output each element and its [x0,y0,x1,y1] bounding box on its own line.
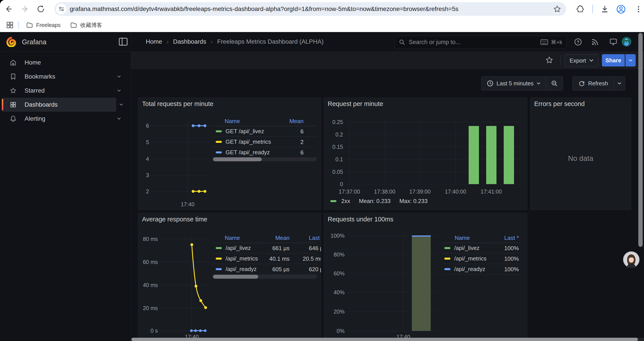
x-tick: 17:38:00 [365,188,404,195]
chevron-down-icon [589,59,594,62]
series-mean: 6 [300,128,304,135]
series-name[interactable]: /api/_metrics [454,255,486,262]
breadcrumb-separator: › [211,38,213,46]
legend-row[interactable]: /api/_readyz 605 µs 620 µs [212,264,317,274]
legend-row[interactable]: GET /api/_readyz 6 [212,147,317,158]
series-name[interactable]: /api/_livez [454,245,480,251]
panel-title[interactable]: Errors per second [534,100,585,108]
legend-row[interactable]: /api/_livez 100% [443,243,522,253]
chevron-down-icon[interactable] [117,75,121,78]
legend-header-last[interactable]: Last * [504,234,519,241]
sidebar-item-label: Dashboards [24,101,58,108]
downloads-icon[interactable] [600,5,609,14]
chevron-down-icon [629,59,632,62]
bookmark-star-icon[interactable] [553,5,561,13]
bookmark-icon [2,73,24,80]
home-icon [2,59,24,66]
breadcrumb-home[interactable]: Home [146,38,162,45]
series-name[interactable]: /api/_metrics [226,255,258,262]
legend-header-name[interactable]: Name [225,235,240,241]
sidebar-item-dashboards[interactable]: Dashboards [2,98,116,112]
legend-row[interactable]: /api/_metrics 40.1 ms 20.5 ms [212,253,317,264]
url-bar[interactable]: grafana.mathmast.com/d/deytv4rwavabkb/fr… [54,2,566,16]
apps-grid-icon[interactable] [6,21,14,29]
zoom-out-icon [551,80,558,87]
browser-profile-icon[interactable] [616,5,626,14]
series-name[interactable]: /api/_livez [226,245,251,251]
y-tick: 4 [139,155,149,162]
chevron-down-icon[interactable] [119,103,123,106]
legend-row[interactable]: /api/_metrics 100% [443,253,522,264]
y-tick: 60% [324,270,344,277]
legend-header-mean[interactable]: Mean [289,118,304,124]
url-text[interactable]: grafana.mathmast.com/d/deytv4rwavabkb/fr… [70,6,553,13]
sidebar-item-home[interactable]: Home [2,56,129,70]
search-input[interactable] [408,39,540,46]
series-swatch [444,268,450,270]
x-tick: 17:39:00 [400,188,440,195]
breadcrumb-dashboards[interactable]: Dashboards [173,38,206,45]
site-settings-icon[interactable] [56,4,67,14]
y-tick: 0 s [138,327,158,334]
search-bar[interactable]: ⌘+k [394,36,566,49]
bookmark-folder-freeleaps[interactable]: Freeleaps [26,22,60,29]
series-name[interactable]: 2xx [341,198,350,204]
chevron-down-icon[interactable] [117,89,121,92]
panel-errors-per-second: Errors per second No data [530,97,631,210]
refresh-button[interactable]: Refresh [573,77,614,90]
series-swatch [330,200,336,202]
zoom-out-button[interactable] [546,77,563,90]
legend-scrollbar[interactable] [212,157,317,161]
legend-header-mean[interactable]: Mean [275,234,290,241]
floating-user-avatar[interactable] [623,251,640,268]
chevron-down-icon[interactable] [117,117,121,120]
legend-header-name[interactable]: Name [454,235,470,241]
y-tick: 0% [324,327,344,334]
browser-menu-icon[interactable] [634,5,643,14]
sidebar-item-bookmarks[interactable]: Bookmarks [2,70,129,84]
refresh-interval-button[interactable] [614,77,625,90]
series-name[interactable]: /api/_readyz [454,266,485,272]
kiosk-monitor-icon[interactable] [609,38,617,46]
sidebar-item-label: Home [24,59,41,66]
legend-row[interactable]: GET /api/_metrics 2 [212,137,317,147]
bookmark-folder-blogs[interactable]: 收藏博客 [70,22,102,29]
legend-row[interactable]: /api/_readyz 100% [443,264,522,274]
series-name[interactable]: GET /api/_metrics [226,138,271,145]
export-button[interactable]: Export [565,54,598,67]
sidebar-item-starred[interactable]: Starred [2,84,129,98]
under-100ms-chart[interactable] [324,213,527,341]
legend-row[interactable]: GET /api/_livez 6 [212,126,317,137]
series-name[interactable]: /api/_readyz [226,266,257,272]
series-mean: 2 [300,138,304,145]
favorite-dashboard-star-icon[interactable] [545,56,553,64]
help-icon[interactable]: ? [574,38,582,46]
vertical-scrollbar[interactable] [638,33,643,247]
legend-header-last[interactable]: Last * [309,234,321,241]
chevron-down-icon [536,82,540,85]
news-rss-icon[interactable] [591,38,599,46]
share-button[interactable]: Share [602,54,625,67]
grafana-logo[interactable] [6,37,16,47]
sidebar-item-alerting[interactable]: Alerting [2,112,129,126]
legend-header-name[interactable]: Name [225,118,240,125]
sidebar-toggle-icon[interactable] [118,38,128,46]
reload-icon[interactable] [36,5,45,14]
y-tick: 40% [324,289,344,296]
forward-icon[interactable] [20,5,29,14]
series-name[interactable]: GET /api/_readyz [226,149,270,156]
legend-row[interactable]: /api/_livez 661 µs 646 µs [212,243,317,253]
legend-scrollbar[interactable] [212,275,317,279]
export-label: Export [570,57,586,64]
y-tick: 6 [139,122,149,129]
sidebar-nav: Home Bookmarks Starred [0,54,131,146]
brand-name[interactable]: Grafana [22,38,46,46]
series-name[interactable]: GET /api/_livez [226,128,264,135]
legend-table: Name Last * /api/_livez 100% /api/_metri… [443,233,522,274]
time-range-picker[interactable]: Last 5 minutes [482,77,546,90]
org-avatar[interactable] [622,37,631,47]
share-menu-button[interactable] [625,54,636,67]
extensions-icon[interactable] [576,5,585,14]
back-icon[interactable] [4,5,13,14]
horizontal-scrollbar[interactable] [132,338,638,341]
